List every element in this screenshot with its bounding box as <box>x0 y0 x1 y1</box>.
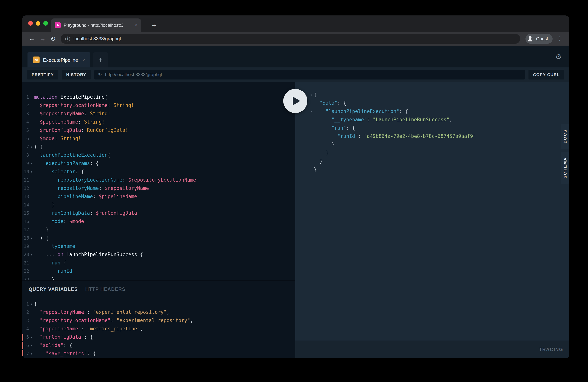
profile-button[interactable]: Guest <box>525 34 553 44</box>
code-text: } <box>314 141 335 149</box>
variables-editor[interactable]: 1▾{2 "repositoryName": "experimental_rep… <box>22 297 295 358</box>
code-line: 22 runId <box>22 267 295 276</box>
code-text: ) { <box>34 143 43 151</box>
graphql-playground: M ExecutePipeline × + ⚙ PRETTIFY HISTORY… <box>22 45 569 358</box>
settings-gear-icon[interactable]: ⚙ <box>555 52 564 61</box>
fold-arrow-icon[interactable]: ▾ <box>29 350 34 358</box>
code-text: "run": { <box>314 124 355 132</box>
line-number: 7 <box>22 143 29 151</box>
line-number: 12 <box>22 184 29 192</box>
code-text: mutation ExecutePipeline( <box>34 93 107 101</box>
fold-arrow-icon[interactable]: ▾ <box>29 333 34 341</box>
forward-icon[interactable]: → <box>37 35 48 42</box>
fold-gutter <box>309 132 314 141</box>
browser-toolbar: ← → ↻ i localhost:3333/graphql Guest ⋮ <box>22 32 569 45</box>
code-line: 23 } <box>22 276 295 280</box>
side-tabs: DOCS SCHEMA <box>561 124 569 184</box>
code-text: $pipelineName: String! <box>34 118 105 126</box>
line-number: 2 <box>22 308 29 317</box>
fold-gutter <box>29 134 34 143</box>
code-text: } <box>34 276 55 280</box>
tab-query-variables[interactable]: QUERY VARIABLES <box>29 287 78 292</box>
back-icon[interactable]: ← <box>27 35 37 42</box>
fold-gutter <box>309 116 314 124</box>
fold-arrow-icon[interactable]: ▾ <box>29 251 34 259</box>
code-line: 2 "repositoryName": "experimental_reposi… <box>22 308 295 317</box>
history-button[interactable]: HISTORY <box>62 70 91 80</box>
reload-icon[interactable]: ↻ <box>48 35 58 43</box>
browser-menu-icon[interactable]: ⋮ <box>555 35 565 42</box>
close-tab-icon[interactable]: × <box>134 22 138 28</box>
fold-arrow-icon[interactable]: ▾ <box>309 91 314 99</box>
fold-arrow-icon[interactable]: ▾ <box>29 168 34 176</box>
execute-button[interactable] <box>283 89 307 113</box>
fold-arrow-icon[interactable]: ▾ <box>29 143 34 151</box>
new-tab-button[interactable]: + <box>149 20 159 31</box>
endpoint-input[interactable]: ↻ http://localhost:3333/graphql <box>94 70 525 79</box>
close-window-button[interactable] <box>28 21 33 26</box>
fold-gutter <box>29 184 34 192</box>
code-line: 4 "pipelineName": "metrics_pipeline", <box>22 325 295 333</box>
code-line: 6▾ "solids": { <box>22 341 295 350</box>
line-number: 15 <box>22 209 29 217</box>
code-line: 8 launchPipelineExecution( <box>22 151 295 159</box>
fold-arrow-icon[interactable]: ▾ <box>29 341 34 350</box>
line-number: 11 <box>22 176 29 184</box>
code-text: { <box>34 300 37 308</box>
code-line: } <box>309 157 569 165</box>
line-number: 14 <box>22 201 29 209</box>
browser-tab-title: Playground - http://localhost:3 <box>64 22 132 28</box>
code-line: } <box>309 165 569 174</box>
fold-gutter <box>309 124 314 132</box>
zoom-window-button[interactable] <box>43 21 48 26</box>
fold-gutter <box>29 118 34 126</box>
copy-curl-button[interactable]: COPY CURL <box>528 70 564 80</box>
line-number: 5 <box>22 126 29 134</box>
fold-arrow-icon[interactable]: ▾ <box>29 234 34 242</box>
code-text: launchPipelineExecution( <box>34 151 110 159</box>
fold-arrow-icon[interactable]: ▾ <box>29 159 34 168</box>
code-text: } <box>314 165 317 174</box>
code-text: ) { <box>34 234 49 242</box>
prettify-button[interactable]: PRETTIFY <box>27 70 58 80</box>
tracing-bar[interactable]: TRACING <box>295 340 569 358</box>
line-number: 3 <box>22 317 29 325</box>
tracing-label: TRACING <box>539 347 563 352</box>
code-text: "launchPipelineExecution": { <box>314 107 408 116</box>
line-number: 16 <box>22 217 29 226</box>
fold-arrow-icon[interactable]: ▾ <box>29 300 34 308</box>
new-session-tab-button[interactable]: + <box>93 52 108 67</box>
query-editor[interactable]: 1mutation ExecutePipeline(2 $repositoryL… <box>22 82 295 280</box>
code-text: runConfigData: $runConfigData <box>34 209 137 217</box>
code-text: $repositoryLocationName: String! <box>34 101 134 110</box>
code-line: 20▾ ... on LaunchPipelineRunSuccess { <box>22 251 295 259</box>
address-bar[interactable]: i localhost:3333/graphql <box>61 34 520 44</box>
code-text: selector: { <box>34 168 84 176</box>
session-tab[interactable]: M ExecutePipeline × <box>27 52 90 67</box>
fold-gutter <box>309 157 314 165</box>
line-number: 21 <box>22 259 29 267</box>
code-line: 19 __typename <box>22 242 295 251</box>
screen: Playground - http://localhost:3 × + ← → … <box>0 0 588 382</box>
code-line: 4 $pipelineName: String! <box>22 118 295 126</box>
code-line: 5 $runConfigData: RunConfigData! <box>22 126 295 134</box>
line-number: 20 <box>22 251 29 259</box>
refresh-endpoint-icon[interactable]: ↻ <box>98 72 102 77</box>
session-tab-close-icon[interactable]: × <box>82 57 85 63</box>
playground-toolbar: PRETTIFY HISTORY ↻ http://localhost:3333… <box>22 67 569 82</box>
browser-tab[interactable]: Playground - http://localhost:3 × <box>51 19 141 32</box>
fold-gutter <box>29 126 34 134</box>
tab-schema[interactable]: SCHEMA <box>561 152 569 184</box>
tab-docs[interactable]: DOCS <box>561 124 569 149</box>
profile-label: Guest <box>536 36 548 42</box>
code-line: "run": { <box>309 124 569 132</box>
fold-gutter <box>29 317 34 325</box>
code-line: 11 repositoryLocationName: $repositoryLo… <box>22 176 295 184</box>
minimize-window-button[interactable] <box>36 21 40 26</box>
fold-arrow-icon[interactable]: ▾ <box>309 107 314 116</box>
page-info-icon[interactable]: i <box>65 36 70 41</box>
response-viewer[interactable]: ▾{ "data": {▾ "launchPipelineExecution":… <box>295 82 569 340</box>
code-text: ... on LaunchPipelineRunSuccess { <box>34 251 143 259</box>
code-text: "runConfigData": { <box>34 333 93 341</box>
tab-http-headers[interactable]: HTTP HEADERS <box>85 287 126 292</box>
